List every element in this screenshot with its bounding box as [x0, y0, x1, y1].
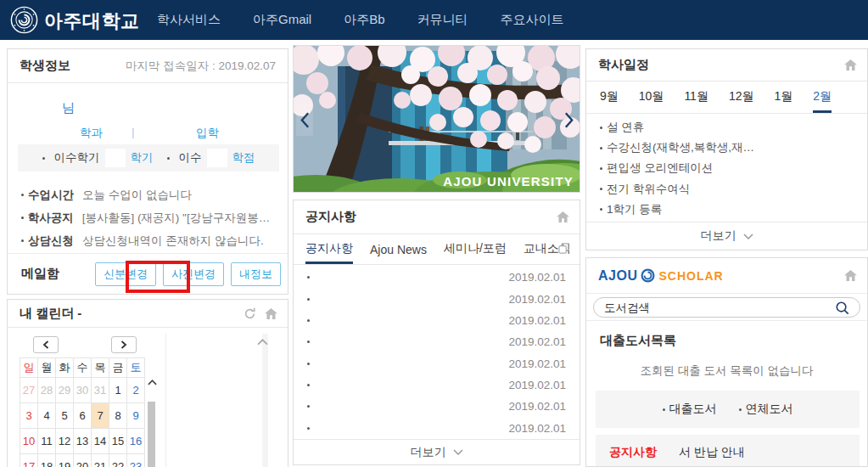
chevron-up-icon[interactable]	[148, 380, 157, 385]
refresh-icon[interactable]	[244, 307, 256, 320]
loan-empty-message: 조회된 대출 도서 목록이 없습니다	[586, 363, 867, 379]
calendar-day[interactable]: 16	[127, 429, 145, 454]
notice-item[interactable]: 2019.02.01	[294, 314, 580, 327]
tab-month-jan[interactable]: 1월	[775, 89, 793, 113]
ajou-scholar-logo[interactable]: AJOU SCHOLAR	[598, 268, 724, 284]
calendar-day[interactable]: 31	[92, 378, 109, 403]
chevron-up-icon[interactable]	[257, 339, 268, 346]
schedule-more-button[interactable]: 더보기	[586, 222, 867, 250]
panel-scrollbar[interactable]	[262, 334, 268, 467]
home-icon[interactable]	[265, 308, 277, 319]
tab-notices[interactable]: 공지사항	[305, 241, 353, 264]
menu-item-community[interactable]: 커뮤니티	[417, 12, 468, 28]
academic-notice-row[interactable]: 학사공지 [봉사활동] (재공지) "[강남구자원봉사센터]…	[21, 206, 279, 229]
notice-item[interactable]: 2019.02.01	[294, 379, 580, 391]
chevron-down-icon	[743, 234, 753, 239]
tab-month-oct[interactable]: 10월	[639, 89, 664, 113]
calendar-prev-button[interactable]	[33, 336, 59, 353]
completed-credit-label: 이수	[179, 150, 202, 166]
calendar-day[interactable]: 23	[127, 454, 145, 467]
bullet-icon	[739, 408, 742, 411]
my-info-button[interactable]: 내정보	[231, 262, 281, 286]
calendar-day[interactable]: 30	[74, 378, 92, 403]
tab-ajou-news[interactable]: Ajou News	[370, 243, 427, 264]
scrollbar-thumb[interactable]	[148, 402, 155, 467]
menu-item-gmail[interactable]: 아주Gmail	[253, 12, 311, 28]
calendar-day[interactable]: 20	[74, 454, 92, 467]
schedule-item[interactable]: 편입생 오리엔테이션	[586, 160, 867, 176]
book-search-box[interactable]	[593, 297, 860, 318]
schedule-item[interactable]: 설 연휴	[586, 120, 867, 135]
calendar-day[interactable]: 19	[56, 454, 74, 467]
notice-item[interactable]: 2019.02.01	[294, 357, 580, 370]
calendar-day[interactable]: 18	[38, 454, 56, 467]
calendar-day[interactable]: 15	[109, 429, 127, 454]
calendar-day[interactable]: 11	[38, 429, 56, 454]
overdue-books-link[interactable]: 연체도서	[739, 402, 793, 417]
open-windows-icon[interactable]	[558, 243, 569, 254]
notices-more-button[interactable]: 더보기	[294, 439, 580, 464]
tab-month-nov[interactable]: 11월	[684, 89, 708, 113]
change-photo-button[interactable]: 사진변경	[163, 262, 224, 286]
banner-carousel: AJOU UNIVERSITY	[293, 45, 580, 193]
calendar-day[interactable]: 9	[127, 403, 145, 429]
tab-seminar-forum[interactable]: 세미나/포럼	[444, 241, 507, 264]
carousel-next-arrow[interactable]	[560, 104, 577, 136]
calendar-day[interactable]: 22	[109, 454, 127, 467]
calendar-day[interactable]: 21	[92, 454, 109, 467]
counseling-row[interactable]: 상담신청 상담신청내역이 존재하지 않습니다.	[21, 229, 279, 252]
library-notice-text: 서 반납 안내	[679, 445, 745, 460]
mailbox-label[interactable]: 메일함	[21, 266, 59, 282]
university-name[interactable]: 아주대학교	[44, 8, 140, 34]
calendar-day[interactable]: 12	[56, 429, 74, 454]
calendar-day[interactable]: 4	[38, 403, 56, 429]
tab-month-feb[interactable]: 2월	[813, 89, 832, 113]
student-info-header: 학생정보 마지막 접속일자 : 2019.02.07	[8, 49, 288, 83]
calendar-day[interactable]: 5	[56, 403, 74, 429]
schedule-item[interactable]: 1학기 등록	[586, 202, 867, 217]
tab-month-sep[interactable]: 9월	[600, 89, 619, 113]
calendar-day[interactable]: 14	[92, 429, 109, 454]
calendar-week-row: 27 28 29 30 31 1 2	[20, 378, 145, 403]
calendar-day[interactable]: 10	[20, 429, 38, 454]
calendar-day[interactable]: 17	[20, 454, 38, 467]
calendar-day[interactable]: 6	[74, 403, 92, 429]
notice-item[interactable]: 2019.02.01	[294, 335, 580, 348]
notice-item[interactable]: 2019.02.01	[294, 271, 580, 284]
search-icon[interactable]	[835, 301, 849, 315]
carousel-prev-arrow[interactable]	[296, 104, 313, 136]
calendar-week-row: 10 11 12 13 14 15 16	[20, 429, 145, 454]
calendar-day[interactable]: 3	[20, 403, 38, 429]
calendar-scrollbar[interactable]	[146, 378, 158, 467]
home-icon[interactable]	[557, 211, 569, 222]
change-status-button[interactable]: 신분변경	[95, 262, 156, 286]
calendar-day[interactable]: 27	[20, 378, 38, 403]
menu-item-academic-services[interactable]: 학사서비스	[157, 12, 221, 28]
academic-schedule-panel: 학사일정 9월 10월 11월 12월 1월 2월 설 연휴 수강신청(재학생,…	[585, 48, 868, 250]
bullet-icon	[167, 157, 170, 160]
notice-item[interactable]: 2019.02.01	[294, 293, 580, 306]
bullet-icon	[307, 363, 310, 365]
calendar-day[interactable]: 28	[38, 378, 56, 403]
notice-item[interactable]: 2019.02.01	[294, 422, 580, 435]
library-notice-box[interactable]: 공지사항 서 반납 안내	[596, 435, 860, 467]
schedule-item[interactable]: 전기 학위수여식	[586, 182, 867, 197]
borrowed-books-link[interactable]: 대출도서	[663, 402, 717, 417]
calendar-next-button[interactable]	[111, 336, 137, 353]
calendar-day-today[interactable]: 7	[92, 403, 109, 429]
calendar-day[interactable]: 1	[109, 378, 127, 403]
schedule-item[interactable]: 수강신청(재학생,복학생,재…	[586, 140, 867, 155]
calendar-day[interactable]: 8	[109, 403, 127, 429]
notice-item[interactable]: 2019.02.01	[294, 400, 580, 413]
calendar-day[interactable]: 29	[56, 378, 74, 403]
class-time-row[interactable]: 수업시간 오늘 수업이 없습니다	[21, 183, 279, 206]
home-icon[interactable]	[844, 59, 857, 70]
home-icon[interactable]	[844, 270, 857, 281]
calendar-day[interactable]: 13	[74, 429, 92, 454]
calendar-day[interactable]: 2	[127, 378, 145, 403]
book-search-input[interactable]	[604, 301, 835, 314]
menu-item-bb[interactable]: 아주Bb	[344, 12, 384, 28]
menu-item-major-sites[interactable]: 주요사이트	[501, 12, 564, 28]
tab-month-dec[interactable]: 12월	[729, 89, 754, 113]
notices-panel: 공지사항 공지사항 Ajou News 세미나/포럼 교내소식 2019.02.…	[293, 200, 580, 465]
